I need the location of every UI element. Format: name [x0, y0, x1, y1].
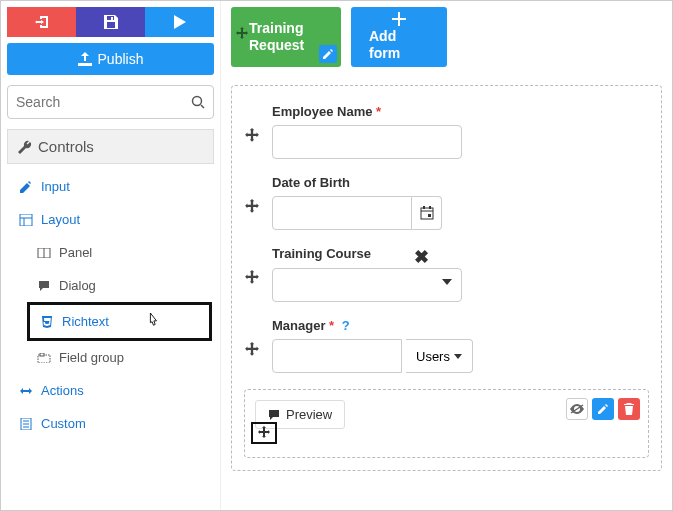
search-icon	[191, 95, 205, 109]
publish-label: Publish	[98, 51, 144, 67]
field-dob: Date of Birth	[244, 175, 649, 230]
field-label: Training Course ✖	[272, 246, 649, 261]
tree-fieldgroup[interactable]: Field group	[27, 341, 212, 374]
date-picker-button[interactable]	[412, 196, 442, 230]
panel-icon	[37, 248, 51, 258]
add-form-button[interactable]: Add form	[351, 7, 447, 67]
search-box[interactable]	[7, 85, 214, 119]
calendar-icon	[420, 206, 434, 220]
training-course-select[interactable]	[272, 268, 462, 302]
svg-line-1	[201, 105, 204, 108]
move-handle[interactable]	[251, 422, 277, 444]
save-button[interactable]	[76, 7, 145, 37]
actions-icon	[19, 386, 33, 396]
move-handle[interactable]	[244, 270, 260, 286]
save-icon	[104, 15, 118, 29]
field-label: Employee Name *	[272, 104, 649, 119]
layout-icon	[19, 214, 33, 226]
help-icon[interactable]: ?	[342, 318, 350, 333]
field-training-course: Training Course ✖	[244, 246, 649, 302]
move-icon	[244, 128, 260, 144]
tree-custom[interactable]: Custom	[9, 407, 212, 440]
tree-panel[interactable]: Panel	[27, 236, 212, 269]
exit-button[interactable]	[7, 7, 76, 37]
eye-icon	[570, 404, 584, 414]
manager-input[interactable]	[272, 339, 402, 373]
svg-rect-8	[40, 353, 44, 356]
exit-icon	[35, 16, 49, 28]
edit-icon	[19, 181, 33, 193]
svg-rect-16	[429, 206, 431, 209]
pencil-icon	[598, 404, 608, 414]
dob-input[interactable]	[272, 196, 412, 230]
form-canvas: Employee Name * Date of Birth	[231, 85, 662, 471]
field-label: Manager * ?	[272, 318, 649, 333]
trash-icon	[624, 403, 634, 415]
svg-rect-2	[20, 214, 32, 226]
upload-icon	[78, 52, 92, 66]
pencil-icon	[323, 49, 333, 59]
delete-button[interactable]	[618, 398, 640, 420]
users-picker-button[interactable]: Users	[406, 339, 473, 373]
tree-layout[interactable]: Layout	[9, 203, 212, 236]
move-icon	[257, 426, 271, 440]
comment-icon	[268, 409, 280, 421]
wrench-icon	[18, 140, 32, 154]
employee-name-input[interactable]	[272, 125, 462, 159]
visibility-button[interactable]	[566, 398, 588, 420]
search-input[interactable]	[16, 94, 191, 110]
tree-dialog[interactable]: Dialog	[27, 269, 212, 302]
move-handle[interactable]	[244, 342, 260, 358]
svg-rect-15	[423, 206, 425, 209]
fieldgroup-icon	[37, 353, 51, 363]
dialog-icon	[37, 280, 51, 292]
move-icon	[244, 199, 260, 215]
field-employee-name: Employee Name *	[244, 104, 649, 159]
tree-richtext[interactable]: Richtext	[27, 302, 212, 341]
field-label: Date of Birth	[272, 175, 649, 190]
tree-input[interactable]: Input	[9, 170, 212, 203]
custom-icon	[19, 418, 33, 430]
play-button[interactable]	[145, 7, 214, 37]
move-icon	[235, 27, 249, 41]
cursor-icon	[146, 311, 168, 333]
edit-button[interactable]	[592, 398, 614, 420]
play-icon	[174, 15, 186, 29]
form-tile-training-request[interactable]: Training Request	[231, 7, 341, 67]
richtext-preview-block: Preview	[244, 389, 649, 458]
tile-label: Add form	[369, 28, 429, 62]
move-handle[interactable]	[244, 128, 260, 144]
publish-button[interactable]: Publish	[7, 43, 214, 75]
field-manager: Manager * ? Users	[244, 318, 649, 373]
move-icon	[244, 270, 260, 286]
move-icon	[244, 342, 260, 358]
move-handle[interactable]	[244, 199, 260, 215]
tree-actions[interactable]: Actions	[9, 374, 212, 407]
svg-rect-17	[428, 214, 431, 217]
svg-rect-13	[421, 208, 433, 219]
controls-header: Controls	[7, 129, 214, 164]
clear-button[interactable]: ✖	[414, 246, 429, 268]
chevron-down-icon	[454, 354, 462, 359]
svg-point-0	[193, 97, 202, 106]
richtext-icon	[40, 316, 54, 328]
edit-tile-button[interactable]	[319, 45, 337, 63]
tile-label: Training Request	[249, 20, 323, 54]
plus-icon	[392, 12, 406, 26]
